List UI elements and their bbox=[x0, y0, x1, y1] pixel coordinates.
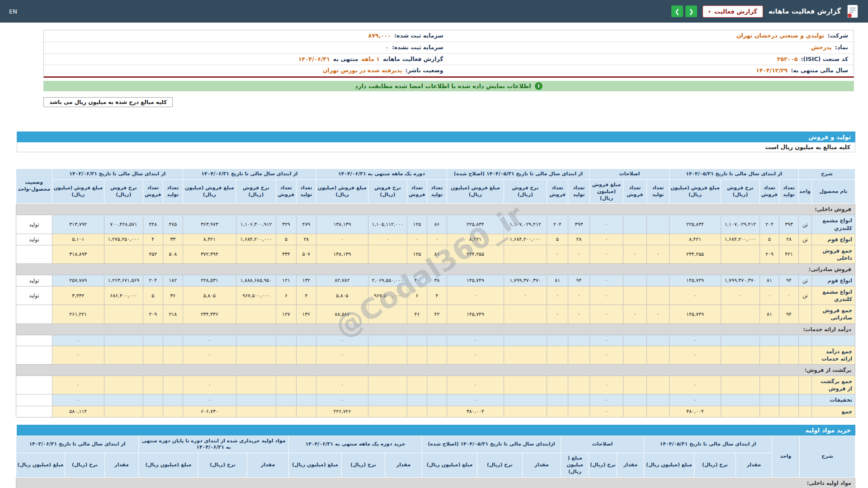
million-note-wrap: کلیه مبالغ درج شده به میلیون ریال می باش… bbox=[43, 97, 854, 107]
value-cell: ۰ bbox=[590, 275, 623, 286]
value-cell bbox=[623, 394, 646, 406]
section-row-label: فروش صادراتی: bbox=[16, 263, 855, 275]
unit-cell bbox=[799, 406, 812, 417]
value-cell: ۲۳۴,۳۳۶ bbox=[183, 305, 236, 324]
column-header: مقدار bbox=[247, 453, 288, 478]
value-cell: ۰ bbox=[623, 245, 646, 263]
field-label: سرمایه ثبت نشده: bbox=[392, 43, 443, 52]
value-cell bbox=[276, 376, 296, 394]
value-cell bbox=[646, 234, 669, 245]
topbar: گزارش فعالیت ماهانه گزارش فعالیت ▾ ❮ ❯ E… bbox=[0, 0, 868, 23]
value-cell bbox=[368, 394, 407, 406]
report-type-dropdown[interactable]: گزارش فعالیت ▾ bbox=[703, 5, 763, 18]
value-cell: ۴۲ bbox=[427, 305, 447, 324]
language-toggle-en[interactable]: EN bbox=[9, 8, 17, 15]
report-icon-button[interactable] bbox=[846, 4, 859, 19]
column-header: نرخ (ریال) bbox=[477, 453, 522, 478]
value-cell: ۰ bbox=[447, 335, 504, 346]
value-cell: ۲۳۴,۲۵۵ bbox=[669, 245, 721, 263]
section-row-label: مواد اولیه داخلی: bbox=[16, 477, 855, 488]
column-header: مبلغ فروش (میلیون ریال) bbox=[669, 179, 721, 204]
table-row: انواع فومتن۹۴۸۱۱,۷۹۹,۳۷۰,۳۷۰۱۴۵,۷۴۹۰۹۴۸۱… bbox=[16, 275, 855, 286]
value-cell: ۰ bbox=[447, 286, 504, 305]
value-cell bbox=[427, 376, 447, 394]
column-header: مبلغ فروش (میلیون ریال) bbox=[316, 179, 368, 204]
value-cell: ۳۹۳ bbox=[779, 215, 799, 234]
value-cell bbox=[568, 394, 590, 406]
value-cell: ۳۳ bbox=[163, 234, 183, 245]
value-cell: ۶ bbox=[276, 286, 296, 305]
value-cell: ۰ bbox=[368, 234, 407, 245]
value-cell: ۰ bbox=[183, 346, 236, 364]
next-report-button[interactable]: ❯ bbox=[685, 5, 697, 17]
prev-report-button[interactable]: ❮ bbox=[671, 5, 683, 17]
status-cell bbox=[16, 245, 52, 263]
status-column-header: وضعیت محصول-واحد bbox=[16, 169, 52, 204]
table-row: جمع درآمد ارائه خدمات۰۰۰۰۰۰ bbox=[16, 346, 855, 364]
report-icon bbox=[846, 4, 859, 19]
value-cell: ۰ bbox=[669, 376, 721, 394]
field-label: نماد: bbox=[835, 43, 848, 52]
value-cell: ۰ bbox=[316, 376, 368, 394]
value-cell bbox=[646, 286, 669, 305]
product-name-cell: جمع برگشت از فروش bbox=[812, 376, 855, 394]
value-cell bbox=[568, 346, 590, 364]
value-cell: ۱۴۵,۷۴۹ bbox=[669, 305, 721, 324]
column-header: مقدار bbox=[522, 453, 561, 478]
value-cell: ۰ bbox=[316, 394, 368, 406]
value-cell: ۴ bbox=[427, 286, 447, 305]
value-cell: ۸۶ bbox=[427, 215, 447, 234]
value-cell: ۱,۷۹۹,۳۷۰,۳۷۰ bbox=[504, 275, 547, 286]
product-name-cell: جمع فروش صادراتی bbox=[812, 305, 855, 324]
value-cell: ۳۹۳ bbox=[568, 215, 590, 234]
value-cell bbox=[143, 335, 163, 346]
table-row: تخفیفات۰۰۰۰۰۰ bbox=[16, 394, 855, 406]
company-info-row: کد صنعت (ISIC): ۲۵۲۰۰۵ گزارش فعالیت ماها… bbox=[44, 54, 854, 66]
status-cell bbox=[16, 406, 52, 417]
value-cell: ۲۸ bbox=[568, 234, 590, 245]
value-cell: ۴۵۲ bbox=[143, 245, 163, 263]
column-group-header: از ابتدای سال مالی تا تاریخ ۱۴۰۳/۰۶/۳۱ bbox=[52, 169, 183, 180]
production-sales-table: شرحاز ابتدای سال مالی تا تاریخ ۱۴۰۴/۰۵/۳… bbox=[16, 169, 855, 418]
status-cell: تولید bbox=[16, 275, 52, 286]
value-cell: ۶ bbox=[407, 286, 427, 305]
column-header: نرخ فروش (ریال) bbox=[368, 179, 407, 204]
registered-capital-field: سرمایه ثبت شده: ۸۷۹,۰۰۰ bbox=[44, 30, 449, 42]
value-cell bbox=[104, 305, 143, 324]
value-cell: ۰ bbox=[183, 335, 236, 346]
value-cell bbox=[646, 406, 669, 417]
value-cell bbox=[721, 406, 760, 417]
value-cell: ۵,۸۰۵ bbox=[316, 286, 368, 305]
column-group-header: از ابتدای سال مالی تا تاریخ ۱۴۰۴/۰۵/۳۱ bbox=[644, 436, 772, 453]
status-cell: تولید bbox=[16, 286, 52, 305]
value-cell: ۰ bbox=[721, 286, 760, 305]
value-cell bbox=[568, 406, 590, 417]
column-header: تعداد فروش bbox=[276, 179, 296, 204]
value-cell bbox=[296, 346, 316, 364]
value-cell: ۵ bbox=[547, 234, 568, 245]
value-cell: ۰ bbox=[316, 346, 368, 364]
column-group-header: از ابتدای سال مالی تا تاریخ ۱۴۰۴/۰۵/۳۱ (… bbox=[447, 169, 590, 180]
value-cell: ۰ bbox=[669, 394, 721, 406]
value-cell: ۲۵۷,۷۸۹ bbox=[52, 275, 104, 286]
section-row: درآمد ارائه خدمات: bbox=[16, 324, 855, 335]
field-label: منتهی به bbox=[333, 55, 358, 64]
value-cell bbox=[143, 376, 163, 394]
value-cell bbox=[623, 286, 646, 305]
value-cell: ۴۷۹ bbox=[296, 215, 316, 234]
column-header: مبلغ (میلیون ریال) bbox=[644, 453, 694, 478]
value-cell: ۸۱ bbox=[760, 275, 779, 286]
value-cell: ۱,۱۰۷,۰۲۹,۴۱۲ bbox=[504, 215, 547, 234]
value-cell bbox=[760, 335, 779, 346]
value-cell: ۱۲۱ bbox=[276, 275, 296, 286]
value-cell bbox=[779, 376, 799, 394]
field-value: پذیرفته شده در بورس تهران bbox=[323, 66, 402, 75]
status-cell: تولید bbox=[16, 215, 52, 234]
field-label: وضعیت ناشر: bbox=[405, 66, 443, 75]
column-header: تعداد فروش bbox=[547, 179, 568, 204]
value-cell: ۰ bbox=[669, 286, 721, 305]
field-value: توليدي و صنعتي درخشان تهران bbox=[736, 32, 825, 40]
column-group-header: اصلاحات bbox=[561, 436, 644, 453]
section-row-label: درآمد ارائه خدمات: bbox=[16, 324, 855, 335]
value-cell: ۰ bbox=[316, 234, 368, 245]
